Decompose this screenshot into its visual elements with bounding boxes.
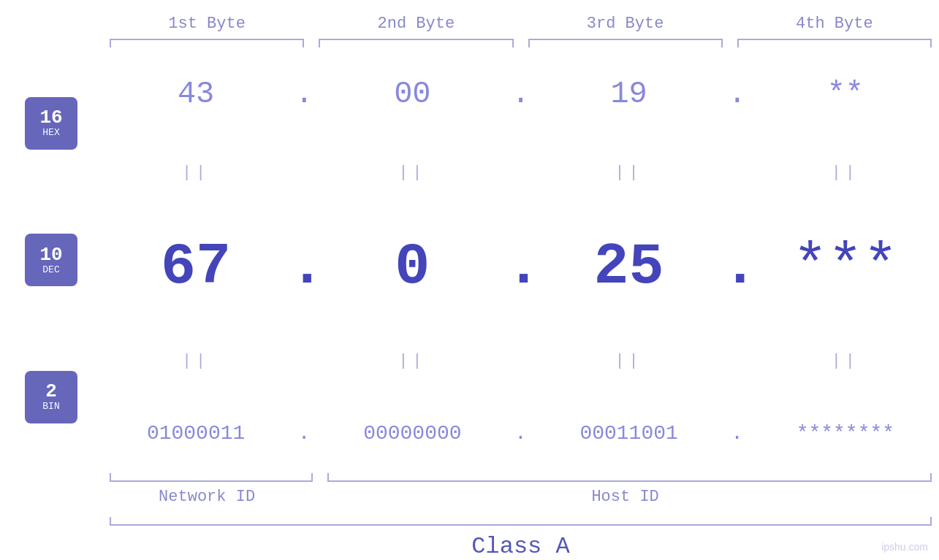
class-bracket [110,517,932,526]
dec-badge: 10 DEC [25,234,77,286]
dec-dot2: . [506,234,536,300]
byte-headers: 1st Byte 2nd Byte 3rd Byte 4th Byte [0,15,939,33]
bracket-2 [319,39,513,47]
equals-6: || [319,352,506,370]
top-brackets [0,39,939,47]
dec-dot3: . [723,234,752,300]
bracket-3 [528,39,723,47]
equals-8: || [752,352,939,370]
hex-badge: 16 HEX [25,97,77,150]
equals-4: || [752,164,939,182]
dec-row: 67 . 0 . 25 . *** [102,234,939,300]
bin-dot3: . [723,422,752,445]
equals-3: || [536,164,723,182]
bin-b1: 01000011 [102,422,289,445]
hex-b4: ** [752,77,939,112]
badge-column: 16 HEX 10 DEC 2 BIN [0,47,102,473]
equals-5: || [102,352,289,370]
equals-row-1: || || || || [102,162,939,183]
class-label: Class A [102,533,939,560]
dec-b3: 25 [536,234,723,300]
hex-row: 43 . 00 . 19 . ** [102,77,939,112]
bin-row: 01000011 . 00000000 . 00011001 . [102,422,939,445]
bracket-1 [110,39,304,47]
hex-dot1: . [289,77,319,112]
byte4-header: 4th Byte [730,15,939,33]
bin-badge: 2 BIN [25,371,77,423]
hex-b1: 43 [102,77,289,112]
dec-dot1: . [289,234,319,300]
bottom-brackets [102,473,939,482]
content-area: 16 HEX 10 DEC 2 BIN 43 . [0,47,939,473]
dec-b4: *** [752,234,939,300]
network-id-label: Network ID [102,488,311,506]
bin-b2: 00000000 [319,422,506,445]
bin-badge-label: BIN [42,401,59,413]
equals-2: || [319,164,506,182]
byte2-header: 2nd Byte [311,15,520,33]
hex-badge-number: 16 [39,108,62,127]
hex-dot2: . [506,77,536,112]
dec-b2: 0 [319,234,506,300]
bracket-4 [737,39,932,47]
equals-7: || [536,352,723,370]
watermark: ipshu.com [881,541,928,553]
byte1-header: 1st Byte [102,15,311,33]
id-labels: Network ID Host ID [102,488,939,506]
dec-badge-label: DEC [42,264,59,276]
equals-1: || [102,164,289,182]
bin-badge-number: 2 [45,382,57,401]
hex-b3: 19 [536,77,723,112]
host-id-label: Host ID [311,488,939,506]
bin-b3: 00011001 [536,422,723,445]
class-row: Class A [0,517,939,560]
byte3-header: 3rd Byte [521,15,730,33]
dec-badge-number: 10 [39,245,62,264]
host-bracket [327,473,932,482]
equals-row-2: || || || || [102,350,939,372]
bin-b4: ******** [752,422,939,445]
dec-b1: 67 [102,234,289,300]
bin-dot2: . [506,422,536,445]
hex-b2: 00 [319,77,506,112]
bottom-area: Network ID Host ID [0,473,939,513]
main-container: 1st Byte 2nd Byte 3rd Byte 4th Byte 16 H… [0,0,939,560]
bin-dot1: . [289,422,319,445]
network-bracket [110,473,313,482]
values-grid: 43 . 00 . 19 . ** [102,47,939,473]
hex-badge-label: HEX [42,127,59,139]
hex-dot3: . [723,77,752,112]
